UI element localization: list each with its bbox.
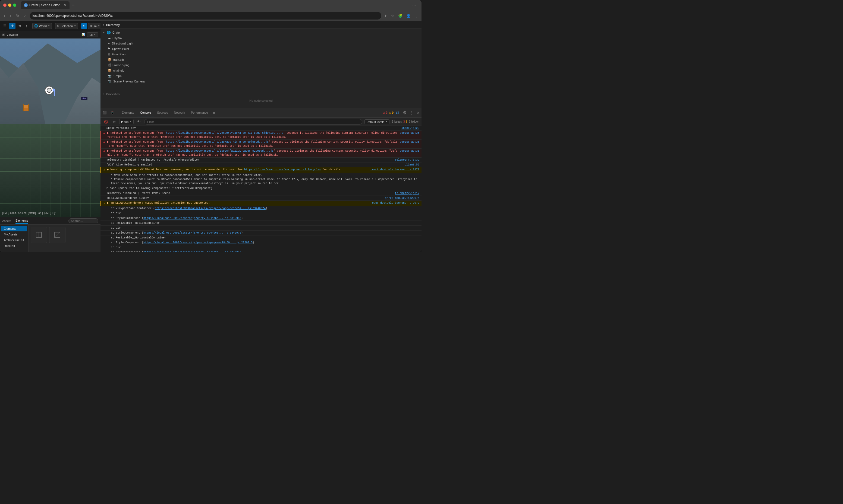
assets-content: Elements My Assets Architecture Kit Rock… (0, 224, 101, 252)
new-tab-button[interactable]: + (70, 2, 77, 8)
line-source[interactable]: bootstrap:35 (398, 140, 419, 144)
hierarchy-item-train[interactable]: 📦 train.glb (101, 57, 422, 62)
line-source[interactable]: three.module.js:23974 (383, 196, 419, 200)
hierarchy-item-video[interactable]: 📷 1.mp4 (101, 73, 422, 79)
bookmark-button[interactable]: ☆ (390, 13, 396, 19)
tab-performance[interactable]: Performance (188, 109, 211, 116)
line-text: at StyledComponent (https://localhost:90… (111, 240, 419, 245)
issues-errors: 3 (403, 120, 405, 123)
viewport-hint: [LMB] Orbit / Select | [MMB] Pan | [RMB]… (2, 212, 55, 215)
line-text: at div (111, 246, 419, 250)
spoke-icon-btn[interactable]: S (81, 23, 87, 29)
viewport-canvas[interactable]: hiro [LMB] Orbit / Select | [MMB] Pan | … (0, 38, 101, 217)
minimize-window-button[interactable] (8, 3, 12, 7)
lighting-dropdown[interactable]: Lit ▼ (87, 32, 98, 37)
move-button[interactable]: ↕ (24, 23, 29, 29)
forward-button[interactable]: › (8, 13, 13, 19)
line-text: [WDS] Live Reloading enabled. (106, 163, 402, 167)
line-text: Telemetry disabled | Event: Remix Scene (106, 191, 393, 195)
selection-dropdown[interactable]: ⊕ Selection ▼ (55, 23, 78, 29)
hierarchy-item-floor-plan[interactable]: ⊞ Floor Plan (101, 52, 422, 57)
category-my-assets[interactable]: My Assets (1, 232, 27, 237)
tab-sources[interactable]: Sources (154, 109, 171, 116)
stats-icon[interactable]: 📊 (82, 33, 85, 36)
line-source[interactable]: react devtools backend.js:3973 (368, 168, 419, 172)
assets-tab[interactable]: Assets (2, 218, 11, 223)
tab-console[interactable]: Console (137, 109, 154, 116)
skybox-label: Skybox (113, 36, 419, 40)
log-levels-select[interactable]: Default levels ▼ (364, 119, 390, 124)
search-container (68, 218, 98, 223)
crater-label: Crater (113, 31, 419, 34)
issues-warnings: 3 (406, 120, 407, 123)
menu-button[interactable]: ⋮ (413, 13, 419, 19)
hierarchy-item-chair[interactable]: 📦 chair.glb (101, 68, 422, 73)
line-text: at Resizeable__HorizontalContainer (111, 236, 419, 240)
devtools-close-button[interactable]: × (415, 110, 422, 115)
line-source[interactable]: bootstrap:35 (398, 131, 419, 135)
elements-tab[interactable]: Elements (16, 218, 28, 224)
scene-object-logo (45, 86, 53, 95)
tab-close-button[interactable]: × (64, 3, 66, 7)
devtools-more-button[interactable]: ⋮ (408, 110, 415, 115)
bottom-tabs: Assets Elements (0, 217, 101, 224)
line-source[interactable]: index.js:23 (399, 126, 419, 130)
hierarchy-item-spawn-point[interactable]: ⚑ Spawn Point (101, 46, 422, 52)
hierarchy-item-preview-camera[interactable]: 📷 Scene Preview Camera (101, 79, 422, 84)
device-toggle-button[interactable]: 📱 (109, 110, 116, 115)
log-levels-label: Default levels (366, 120, 384, 123)
close-window-button[interactable] (3, 3, 6, 7)
line-source[interactable]: react devtools backend.js:3973 (368, 201, 419, 205)
line-text: Telemetry disabled | Navigated to: /spok… (106, 158, 393, 162)
preserve-log-button[interactable]: ⊘ (111, 119, 117, 125)
inspect-element-button[interactable]: ⬛ (102, 110, 108, 115)
extensions-button[interactable]: 🧩 (397, 13, 404, 19)
line-text: * Move code with side effects to compone… (111, 173, 419, 185)
line-source[interactable]: bootstrap:35 (398, 149, 419, 153)
refresh-button[interactable]: ↻ (14, 13, 21, 19)
active-tab[interactable]: C Crater | Scene Editor × (21, 1, 70, 9)
console-line: at ViewportPanelContainer (https://local… (101, 206, 422, 211)
search-input[interactable] (68, 218, 98, 223)
spawn-point-label: Spawn Point (112, 47, 419, 51)
tab-elements[interactable]: Elements (119, 109, 137, 116)
console-line: at StyledComponent (https://localhost:90… (101, 250, 422, 252)
translate-button[interactable]: ✛ (9, 23, 16, 29)
back-button[interactable]: ‹ (2, 13, 7, 19)
viewport-title: Viewport (6, 33, 80, 36)
error-icon: ⊗ (103, 131, 107, 136)
home-button[interactable]: ⌂ (22, 13, 28, 19)
category-rock[interactable]: Rock Kit (1, 243, 27, 249)
clear-console-button[interactable]: 🚫 (103, 119, 109, 125)
address-bar[interactable]: localhost:4000/spoke/projects/new?sceneI… (30, 12, 381, 20)
category-elements[interactable]: Elements (1, 226, 27, 231)
hierarchy-item-skybox[interactable]: ☁ Skybox (101, 35, 422, 41)
size-dropdown[interactable]: 0.5m ▼ (88, 23, 102, 29)
scene-editor-panel: ☰ ✛ ↻ ↕ 🌐 World ▼ ⊕ Selection ▼ S (0, 21, 101, 252)
svg-rect-20 (23, 105, 29, 108)
warning-icon: ⚠ (103, 168, 107, 173)
line-text: at StyledComponent (https://localhost:90… (111, 250, 419, 252)
devtools-settings-button[interactable]: ⚙ (401, 110, 408, 115)
category-architecture[interactable]: Architecture Kit (1, 237, 27, 243)
hierarchy-item-crater[interactable]: ▼ 🌐 Crater (101, 30, 422, 35)
line-source[interactable]: telemetry.js:17 (393, 191, 419, 195)
hierarchy-item-directional-light[interactable]: ✦ Directional Light (101, 41, 422, 46)
user-button[interactable]: 👤 (405, 13, 412, 19)
asset-item-2[interactable] (49, 227, 66, 243)
menu-button[interactable]: ☰ (2, 23, 8, 29)
world-dropdown[interactable]: 🌐 World ▼ (32, 23, 52, 29)
share-button[interactable]: ⬆ (383, 13, 389, 19)
line-text: ▶ Warning: componentWillMount has been r… (107, 168, 368, 172)
line-source[interactable]: client:52 (402, 163, 419, 167)
more-tabs-button[interactable]: » (211, 110, 217, 115)
maximize-window-button[interactable] (13, 3, 16, 7)
line-source[interactable]: telemetry.js:39 (393, 158, 419, 162)
asset-item-1[interactable] (31, 227, 47, 243)
hierarchy-item-frame[interactable]: 🖼 Frame 5.png (101, 62, 422, 68)
tab-network[interactable]: Network (171, 109, 188, 116)
context-select[interactable]: ▶ top ▼ (119, 119, 134, 124)
eye-button[interactable]: 👁 (136, 119, 142, 125)
refresh-scene-button[interactable]: ↻ (17, 23, 23, 29)
console-filter-input[interactable] (144, 119, 362, 125)
